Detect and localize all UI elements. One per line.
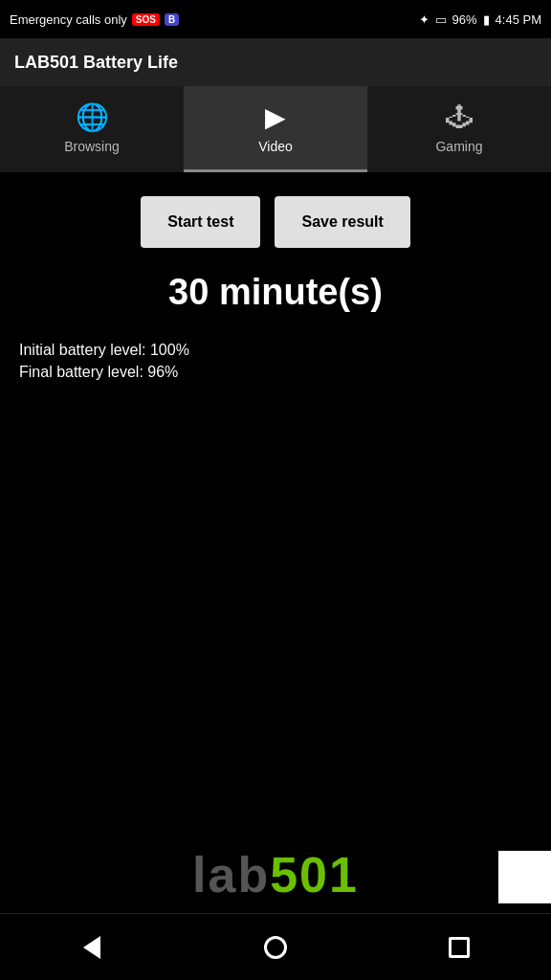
- back-icon: [83, 936, 100, 959]
- initial-battery-level: Initial battery level: 100%: [19, 342, 537, 359]
- signal-icon: ▭: [435, 12, 447, 27]
- emergency-calls-text: Emergency calls only: [10, 12, 127, 27]
- status-left: Emergency calls only SOS B: [10, 12, 179, 27]
- start-test-button[interactable]: Start test: [141, 196, 260, 248]
- time-display: 4:45 PM: [496, 12, 541, 27]
- logo-lab-text: lab: [192, 847, 270, 902]
- floating-square: [498, 851, 551, 903]
- browsing-label: Browsing: [64, 139, 120, 154]
- video-icon: ▶: [265, 101, 286, 133]
- video-label: Video: [258, 139, 293, 154]
- battery-info: Initial battery level: 100% Final batter…: [14, 342, 537, 386]
- tab-gaming[interactable]: 🕹 Gaming: [367, 86, 551, 172]
- bluetooth-badge: B: [165, 13, 179, 26]
- save-result-button[interactable]: Save result: [275, 196, 409, 248]
- sos-badge: SOS: [132, 13, 160, 26]
- tab-bar: 🌐 Browsing ▶ Video 🕹 Gaming: [0, 86, 551, 172]
- final-battery-level: Final battery level: 96%: [19, 364, 537, 381]
- nav-back-button[interactable]: [68, 924, 116, 971]
- bluetooth-icon: ✦: [419, 12, 430, 27]
- tab-browsing[interactable]: 🌐 Browsing: [0, 86, 184, 172]
- browsing-icon: 🌐: [76, 101, 109, 133]
- tab-video[interactable]: ▶ Video: [184, 86, 367, 172]
- title-bar: LAB501 Battery Life: [0, 38, 551, 86]
- nav-bar: [0, 913, 551, 980]
- button-row: Start test Save result: [141, 196, 410, 248]
- gaming-label: Gaming: [435, 139, 482, 154]
- logo-501-text: 501: [270, 847, 359, 902]
- logo-area: lab501: [192, 846, 359, 903]
- battery-percent: 96%: [452, 12, 477, 27]
- status-bar: Emergency calls only SOS B ✦ ▭ 96% ▮ 4:4…: [0, 0, 551, 38]
- home-icon: [264, 936, 287, 959]
- main-content: Start test Save result 30 minute(s) Init…: [0, 172, 551, 405]
- nav-home-button[interactable]: [252, 924, 299, 971]
- nav-recent-button[interactable]: [435, 924, 483, 971]
- app-title: LAB501 Battery Life: [14, 53, 178, 73]
- status-right: ✦ ▭ 96% ▮ 4:45 PM: [419, 12, 541, 27]
- timer-display: 30 minute(s): [168, 272, 383, 313]
- battery-icon: ▮: [483, 12, 490, 27]
- recent-icon: [449, 937, 470, 958]
- gaming-icon: 🕹: [446, 101, 473, 133]
